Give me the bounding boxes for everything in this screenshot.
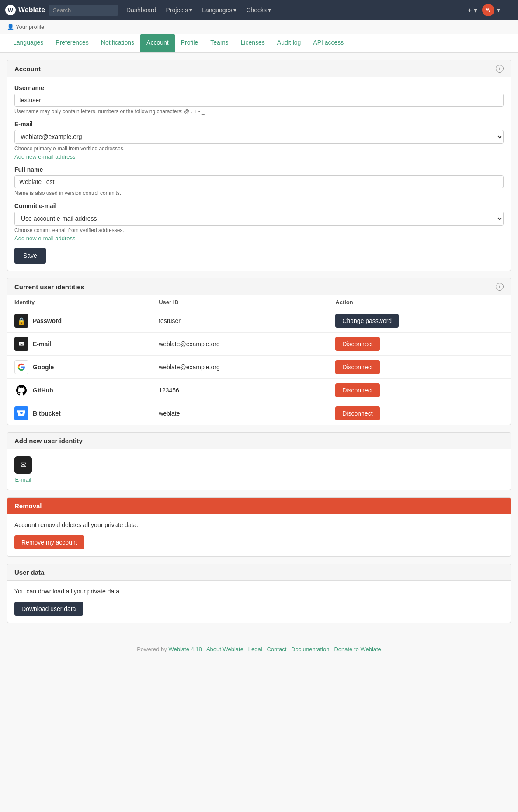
tab-languages[interactable]: Languages [7, 34, 49, 52]
username-hint: Username may only contain letters, numbe… [14, 108, 504, 115]
identity-name-cell: Google [14, 360, 145, 374]
fullname-hint: Name is also used in version control com… [14, 190, 504, 196]
tab-licenses[interactable]: Licenses [235, 34, 271, 52]
add-email-identity[interactable]: ✉ E-mail [14, 456, 32, 483]
identity-action-cell: Disconnect [328, 402, 511, 425]
userdata-description: You can download all your private data. [14, 588, 504, 595]
removal-header: Removal [7, 498, 511, 514]
username-input[interactable] [14, 94, 504, 107]
removal-description: Account removal deletes all your private… [14, 521, 504, 528]
tab-audit-log[interactable]: Audit log [271, 34, 307, 52]
removal-title: Removal [14, 502, 42, 510]
removal-body: Account removal deletes all your private… [7, 514, 511, 556]
email-select[interactable]: weblate@example.org [14, 130, 504, 144]
identity-table: Identity User ID Action 🔒 Password testu… [7, 295, 511, 425]
nav-links: Dashboard Projects ▾ Languages ▾ Checks … [122, 4, 462, 16]
identity-userid: weblate [152, 402, 328, 425]
info-icon[interactable]: i [496, 65, 504, 73]
userdata-card: User data You can download all your priv… [7, 564, 511, 623]
about-link[interactable]: About Weblate [206, 646, 243, 652]
identity-name-cell: 🔒 Password [14, 314, 145, 328]
google-icon [14, 360, 28, 374]
nav-projects[interactable]: Projects ▾ [162, 4, 197, 16]
github-icon [14, 383, 28, 397]
tab-api-access[interactable]: API access [307, 34, 350, 52]
lock-icon: 🔒 [14, 314, 28, 328]
brand-label: Weblate [18, 6, 45, 14]
fullname-input[interactable] [14, 175, 504, 188]
col-action: Action [328, 295, 511, 309]
email-group: E-mail weblate@example.org Choose primar… [14, 121, 504, 160]
add-commit-email-link[interactable]: Add new e-mail address [14, 235, 75, 242]
account-card: Account i Username Username may only con… [7, 60, 511, 271]
username-group: Username Username may only contain lette… [14, 84, 504, 115]
identity-name-cell: GitHub [14, 383, 145, 397]
commit-email-hint: Choose commit e-mail from verified addre… [14, 227, 504, 233]
table-row: 🔒 Password testuser Change password [7, 309, 511, 333]
tab-notifications[interactable]: Notifications [95, 34, 140, 52]
table-row: Bitbucket weblate Disconnect [7, 402, 511, 425]
identity-name: Google [33, 364, 54, 371]
identities-card: Current user identities i Identity User … [7, 278, 511, 425]
more-menu-button[interactable]: ··· [503, 4, 513, 16]
chevron-down-icon: ▾ [497, 7, 500, 14]
account-card-title: Account [14, 65, 41, 73]
identity-userid: testuser [152, 309, 328, 333]
email-icon: ✉ [14, 456, 32, 474]
nav-dashboard[interactable]: Dashboard [122, 4, 161, 16]
docs-link[interactable]: Documentation [291, 646, 329, 652]
search-input[interactable] [49, 5, 118, 16]
email-label: E-mail [14, 121, 504, 128]
download-userdata-button[interactable]: Download user data [14, 602, 83, 616]
account-card-body: Username Username may only contain lette… [7, 77, 511, 271]
commit-email-select[interactable]: Use account e-mail address [14, 212, 504, 226]
nav-checks[interactable]: Checks ▾ [242, 4, 275, 16]
topnav-right: + ▾ W ▾ ··· [466, 4, 513, 17]
table-row: ✉ E-mail weblate@example.org Disconnect [7, 333, 511, 356]
save-button[interactable]: Save [14, 248, 46, 264]
user-icon: 👤 [7, 24, 14, 30]
identity-action-button[interactable]: Disconnect [335, 360, 379, 374]
nav-languages[interactable]: Languages ▾ [198, 4, 241, 16]
chevron-down-icon: ▾ [233, 7, 236, 14]
add-identity-body: ✉ E-mail [7, 449, 511, 490]
info-icon[interactable]: i [496, 283, 504, 291]
identity-action-cell: Disconnect [328, 379, 511, 402]
add-email-link[interactable]: Add new e-mail address [14, 153, 75, 160]
contact-link[interactable]: Contact [267, 646, 286, 652]
tab-profile[interactable]: Profile [175, 34, 205, 52]
add-email-label: E-mail [15, 476, 31, 483]
donate-link[interactable]: Donate to Weblate [334, 646, 381, 652]
table-row: Google weblate@example.org Disconnect [7, 356, 511, 379]
top-navigation: W Weblate Dashboard Projects ▾ Languages… [0, 0, 518, 20]
identity-name: Password [33, 317, 62, 324]
email-icon: ✉ [14, 337, 28, 351]
username-label: Username [14, 84, 504, 91]
chevron-down-icon: ▾ [189, 7, 192, 14]
weblate-logo-icon: W [5, 5, 16, 15]
brand-logo[interactable]: W Weblate [5, 5, 45, 15]
tab-preferences[interactable]: Preferences [49, 34, 94, 52]
add-identity-header: Add new user identity [7, 433, 511, 449]
profile-tabs: Languages Preferences Notifications Acco… [0, 34, 518, 53]
fullname-group: Full name Name is also used in version c… [14, 166, 504, 196]
identity-action-button[interactable]: Disconnect [335, 406, 379, 420]
tab-account[interactable]: Account [140, 34, 175, 52]
identity-userid: weblate@example.org [152, 356, 328, 379]
col-identity: Identity [7, 295, 152, 309]
add-identity-card: Add new user identity ✉ E-mail [7, 432, 511, 490]
user-avatar[interactable]: W [482, 4, 494, 16]
commit-email-group: Commit e-mail Use account e-mail address… [14, 202, 504, 242]
identity-name-cell: ✉ E-mail [14, 337, 145, 351]
remove-account-button[interactable]: Remove my account [14, 535, 84, 549]
commit-email-label: Commit e-mail [14, 202, 504, 209]
tab-teams[interactable]: Teams [204, 34, 234, 52]
legal-link[interactable]: Legal [248, 646, 262, 652]
identity-action-cell: Disconnect [328, 333, 511, 356]
weblate-version-link[interactable]: Weblate 4.18 [168, 646, 202, 652]
identity-action-button[interactable]: Disconnect [335, 337, 379, 351]
identity-action-button[interactable]: Disconnect [335, 383, 379, 397]
identity-action-button[interactable]: Change password [335, 314, 399, 328]
identity-userid: weblate@example.org [152, 333, 328, 356]
add-button[interactable]: + ▾ [466, 4, 480, 17]
